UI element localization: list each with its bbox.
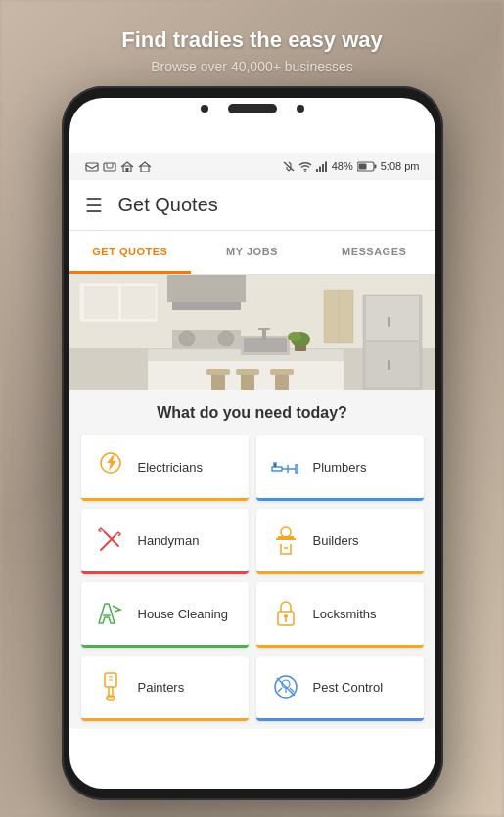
svg-point-49 — [281, 527, 291, 537]
svg-rect-39 — [275, 373, 289, 390]
hamburger-icon[interactable]: ☰ — [85, 194, 103, 217]
house-cleaning-label: House Cleaning — [138, 607, 229, 621]
svg-rect-7 — [316, 169, 318, 172]
status-bar: 48% 5:08 pm — [69, 153, 435, 180]
svg-point-22 — [179, 331, 195, 346]
svg-rect-32 — [366, 342, 419, 387]
service-card-locksmiths[interactable]: Locksmiths — [256, 582, 424, 648]
tab-get-quotes[interactable]: GET QUOTES — [69, 231, 192, 274]
mail-icon — [103, 161, 116, 172]
electricians-label: Electricians — [138, 460, 203, 475]
status-right: 48% 5:08 pm — [283, 160, 420, 172]
locksmiths-icon — [268, 596, 303, 631]
tab-messages[interactable]: MESSAGES — [313, 231, 435, 274]
svg-rect-35 — [211, 373, 225, 390]
notification-icon — [85, 161, 99, 172]
builders-icon — [268, 522, 303, 558]
home-icon — [120, 161, 134, 172]
svg-rect-0 — [86, 163, 98, 171]
svg-rect-40 — [270, 369, 294, 375]
svg-rect-19 — [167, 275, 246, 302]
plumbers-icon — [268, 449, 303, 484]
headline: Find tradies the easy way — [0, 27, 504, 53]
svg-rect-27 — [244, 338, 287, 352]
svg-point-23 — [218, 331, 234, 346]
handyman-label: Handyman — [138, 533, 200, 548]
svg-rect-4 — [141, 166, 149, 172]
svg-rect-8 — [319, 166, 321, 172]
battery-icon — [357, 161, 377, 172]
svg-rect-12 — [374, 164, 376, 168]
section-title: What do you need today? — [81, 404, 424, 422]
svg-rect-9 — [322, 164, 324, 172]
wifi-icon — [298, 161, 312, 172]
services-grid: Electricians Plumbers Handyman — [81, 435, 424, 721]
signal-icon — [316, 161, 328, 172]
tab-my-jobs[interactable]: MY JOBS — [191, 231, 313, 274]
svg-rect-33 — [388, 317, 390, 327]
svg-rect-20 — [172, 302, 241, 310]
svg-rect-29 — [258, 328, 270, 330]
service-card-electricians[interactable]: Electricians — [81, 435, 249, 501]
svg-rect-3 — [125, 168, 128, 172]
phone-screen: 48% 5:08 pm ☰ Get Quotes GET QUOTES MY J… — [69, 98, 435, 789]
painters-icon — [93, 669, 128, 704]
locksmiths-label: Locksmiths — [313, 607, 377, 621]
svg-rect-13 — [358, 163, 366, 169]
svg-rect-36 — [206, 369, 230, 375]
svg-rect-34 — [388, 360, 390, 370]
status-icons — [85, 161, 152, 172]
home2-icon — [138, 161, 152, 172]
pest-control-label: Pest Control — [313, 680, 384, 695]
service-card-painters[interactable]: Painters — [81, 656, 249, 721]
svg-line-61 — [278, 688, 282, 692]
mute-icon — [283, 161, 295, 172]
kitchen-svg — [69, 275, 435, 390]
service-card-handyman[interactable]: Handyman — [81, 509, 249, 574]
pest-control-icon — [268, 669, 303, 704]
service-card-pest-control[interactable]: Pest Control — [256, 656, 424, 721]
app-bar: ☰ Get Quotes — [69, 180, 435, 231]
svg-line-5 — [284, 162, 294, 171]
speaker-grill — [228, 104, 277, 113]
svg-point-52 — [284, 614, 288, 618]
svg-rect-10 — [325, 161, 327, 172]
phone-frame: 48% 5:08 pm ☰ Get Quotes GET QUOTES MY J… — [62, 86, 443, 800]
tabs-container: GET QUOTES MY JOBS MESSAGES — [69, 231, 435, 275]
svg-rect-31 — [366, 296, 419, 340]
painters-label: Painters — [138, 680, 185, 695]
handyman-icon — [93, 522, 128, 558]
svg-point-45 — [288, 332, 301, 341]
hero-image — [69, 275, 435, 390]
camera-dot — [201, 105, 208, 113]
svg-point-55 — [107, 696, 115, 700]
battery-text: 48% — [332, 160, 353, 172]
svg-rect-17 — [84, 286, 118, 319]
builders-label: Builders — [313, 533, 359, 548]
app-title: Get Quotes — [118, 194, 218, 216]
service-card-plumbers[interactable]: Plumbers — [256, 435, 424, 501]
svg-line-59 — [277, 678, 295, 696]
house-cleaning-icon — [93, 596, 128, 631]
electricians-icon — [93, 449, 128, 484]
svg-point-6 — [304, 170, 306, 171]
svg-rect-1 — [104, 163, 115, 171]
svg-rect-18 — [121, 286, 156, 319]
subheadline: Browse over 40,000+ businesses — [0, 59, 504, 74]
service-card-builders[interactable]: Builders — [256, 509, 424, 574]
content-area: What do you need today? Electricians Plu… — [69, 390, 435, 729]
plumbers-label: Plumbers — [313, 460, 367, 475]
service-card-house-cleaning[interactable]: House Cleaning — [81, 582, 249, 648]
phone-top-bar — [62, 104, 443, 113]
svg-line-47 — [101, 536, 115, 550]
svg-rect-37 — [241, 373, 254, 390]
time-text: 5:08 pm — [381, 160, 420, 172]
camera-dot-right — [297, 105, 304, 113]
svg-rect-38 — [236, 369, 259, 375]
